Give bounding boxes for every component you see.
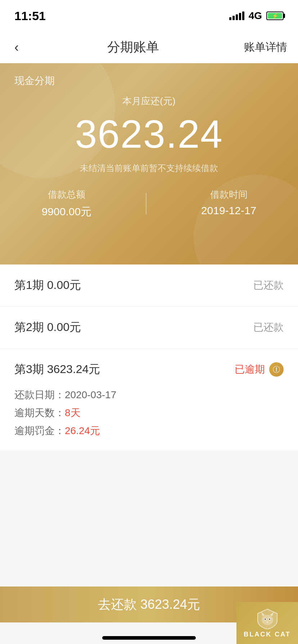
overdue-days-value: 8天	[65, 407, 81, 418]
installment-item-2: 第2期 0.00元 已还款	[0, 307, 298, 349]
item-1-status: 已还款	[253, 279, 284, 292]
overdue-days-row: 逾期天数：8天	[14, 406, 284, 420]
item-3-detail: 还款日期：2020-03-17 逾期天数：8天 逾期罚金：26.24元	[14, 388, 284, 438]
loan-notice: 未结清当前账单前暂不支持续续借款	[80, 162, 218, 174]
page-title: 分期账单	[107, 38, 159, 56]
header-nav: ‹ 分期账单 账单详情	[0, 32, 298, 63]
monthly-amount: 3623.24	[75, 111, 223, 157]
hero-banner: 现金分期 本月应还(元) 3623.24 未结清当前账单前暂不支持续续借款 借款…	[0, 63, 298, 264]
detail-button[interactable]: 账单详情	[244, 40, 287, 55]
installment-item-1: 第1期 0.00元 已还款	[0, 264, 298, 307]
loan-date-label: 借款时间	[210, 188, 248, 201]
svg-point-3	[262, 615, 273, 625]
overdue-days-label: 逾期天数：	[14, 407, 65, 418]
loan-type-label: 现金分期	[14, 74, 55, 88]
svg-point-2	[276, 371, 277, 372]
home-indicator	[102, 636, 196, 640]
item-2-header: 第2期 0.00元 已还款	[14, 319, 284, 335]
back-button[interactable]: ‹	[11, 36, 22, 59]
loan-amount-value: 9900.00元	[42, 204, 91, 219]
black-cat-label: BLACK CAT	[244, 631, 291, 638]
network-label: 4G	[249, 10, 262, 22]
overdue-fine-row: 逾期罚金：26.24元	[14, 424, 284, 438]
item-2-label: 第2期 0.00元	[14, 319, 81, 335]
item-1-label: 第1期 0.00元	[14, 277, 81, 293]
info-divider	[146, 193, 146, 215]
gray-spacer	[0, 451, 298, 559]
black-cat-watermark: BLACK CAT	[236, 602, 298, 644]
overdue-icon	[269, 362, 284, 377]
signal-icon	[229, 12, 244, 20]
status-bar: 11:51 4G ⚡	[0, 0, 298, 32]
cat-logo-icon	[255, 608, 280, 629]
status-icons: 4G ⚡	[229, 10, 284, 22]
status-time: 11:51	[14, 9, 46, 23]
item-3-status: 已逾期	[235, 362, 284, 377]
item-3-status-label: 已逾期	[235, 363, 265, 376]
overdue-fine-label: 逾期罚金：	[14, 425, 65, 436]
repay-date-value: 2020-03-17	[65, 389, 116, 400]
repay-date-label: 还款日期：	[14, 389, 65, 400]
item-3-header: 第3期 3623.24元 已逾期	[14, 362, 284, 377]
overdue-fine-value: 26.24元	[65, 425, 100, 436]
item-1-header: 第1期 0.00元 已还款	[14, 277, 284, 293]
installment-list: 第1期 0.00元 已还款 第2期 0.00元 已还款 第3期 3623.24元…	[0, 264, 298, 451]
item-3-label: 第3期 3623.24元	[14, 362, 100, 377]
loan-info-row: 借款总额 9900.00元 借款时间 2019-12-17	[14, 188, 284, 219]
repay-date-row: 还款日期：2020-03-17	[14, 388, 284, 402]
loan-total-item: 借款总额 9900.00元	[42, 188, 91, 219]
item-2-status: 已还款	[253, 321, 284, 334]
svg-point-9	[269, 618, 270, 620]
pay-bar-label: 去还款 3623.24元	[98, 596, 200, 613]
svg-point-8	[265, 618, 266, 620]
loan-date-value: 2019-12-17	[201, 204, 256, 217]
installment-item-3: 第3期 3623.24元 已逾期 还款日期：2020-03-17 逾期天数：8天	[0, 349, 298, 451]
battery-icon: ⚡	[266, 12, 284, 20]
loan-amount-label: 借款总额	[48, 188, 85, 201]
loan-date-item: 借款时间 2019-12-17	[201, 188, 256, 219]
amount-subtitle: 本月应还(元)	[122, 95, 175, 107]
